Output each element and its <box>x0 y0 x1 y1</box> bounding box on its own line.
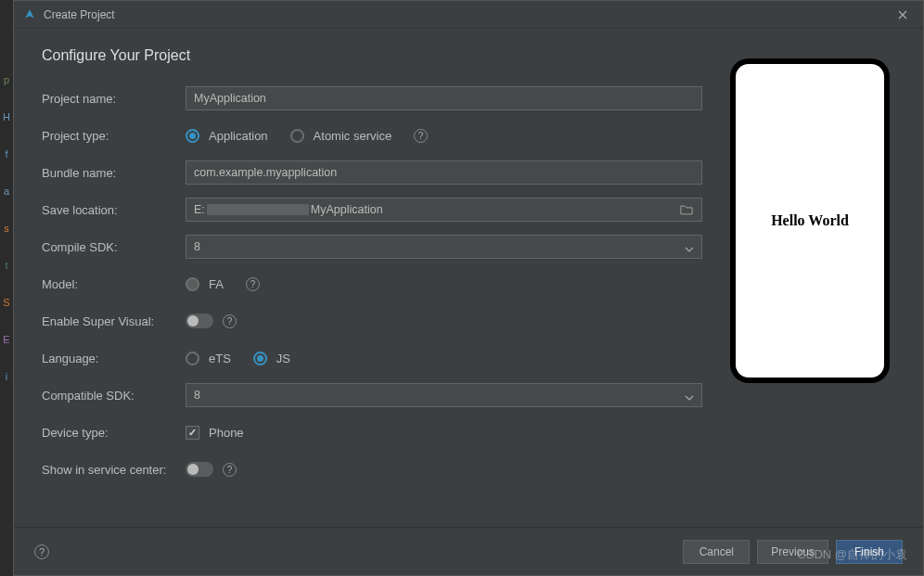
device-type-phone-label: Phone <box>209 426 244 440</box>
browse-folder-icon[interactable] <box>677 205 696 215</box>
super-visual-help-icon[interactable]: ? <box>223 314 237 328</box>
compatible-sdk-select[interactable]: 8 <box>186 383 702 407</box>
create-project-dialog: Create Project Configure Your Project Pr… <box>13 0 924 576</box>
cancel-button[interactable]: Cancel <box>683 540 750 564</box>
bundle-name-label: Bundle name: <box>42 166 186 180</box>
finish-button[interactable]: Finish <box>836 540 903 564</box>
preview-pane: Hello World <box>730 47 895 518</box>
compile-sdk-select[interactable]: 8 <box>186 235 702 259</box>
super-visual-label: Enable Super Visual: <box>42 314 186 328</box>
bundle-name-input[interactable]: com.example.myapplication <box>186 160 702 185</box>
chevron-down-icon <box>685 242 694 251</box>
service-center-label: Show in service center: <box>42 463 186 477</box>
preview-text: Hello World <box>771 212 849 229</box>
titlebar: Create Project <box>14 1 923 29</box>
super-visual-toggle[interactable] <box>186 314 213 328</box>
service-center-help-icon[interactable]: ? <box>223 463 237 477</box>
project-type-application-radio[interactable] <box>186 129 199 143</box>
model-fa-radio[interactable] <box>186 277 199 291</box>
close-button[interactable] <box>892 6 914 24</box>
footer-help-icon[interactable]: ? <box>34 544 49 559</box>
page-heading: Configure Your Project <box>42 47 702 64</box>
project-type-atomic-label: Atomic service <box>314 129 392 143</box>
redacted-path <box>207 204 309 215</box>
phone-screen: Hello World <box>736 64 884 378</box>
language-ets-radio[interactable] <box>186 352 199 365</box>
phone-frame: Hello World <box>730 58 890 383</box>
window-title: Create Project <box>44 8 115 21</box>
project-name-label: Project name: <box>42 92 186 106</box>
project-name-input[interactable]: MyApplication <box>186 86 702 110</box>
project-type-application-label: Application <box>209 129 268 143</box>
model-help-icon[interactable]: ? <box>246 277 260 291</box>
language-label: Language: <box>42 352 186 365</box>
model-label: Model: <box>42 277 186 291</box>
previous-button[interactable]: Previous <box>757 540 828 564</box>
app-logo-icon <box>23 8 36 21</box>
project-type-label: Project type: <box>42 129 186 143</box>
dialog-footer: ? Cancel Previous Finish <box>14 527 923 575</box>
compile-sdk-label: Compile SDK: <box>42 240 186 254</box>
device-type-label: Device type: <box>42 426 186 440</box>
language-js-label: JS <box>276 352 290 365</box>
device-type-phone-checkbox[interactable] <box>186 426 199 440</box>
language-js-radio[interactable] <box>253 352 267 365</box>
service-center-toggle[interactable] <box>186 462 213 477</box>
language-ets-label: eTS <box>209 352 231 365</box>
model-fa-label: FA <box>209 277 224 291</box>
project-type-help-icon[interactable]: ? <box>414 129 428 143</box>
project-type-atomic-radio[interactable] <box>290 129 304 143</box>
save-location-input[interactable]: E:MyApplication <box>186 198 702 222</box>
chevron-down-icon <box>685 390 694 400</box>
compatible-sdk-label: Compatible SDK: <box>42 389 186 403</box>
save-location-label: Save location: <box>42 203 186 217</box>
editor-gutter: pHf ast SEi <box>0 0 13 576</box>
